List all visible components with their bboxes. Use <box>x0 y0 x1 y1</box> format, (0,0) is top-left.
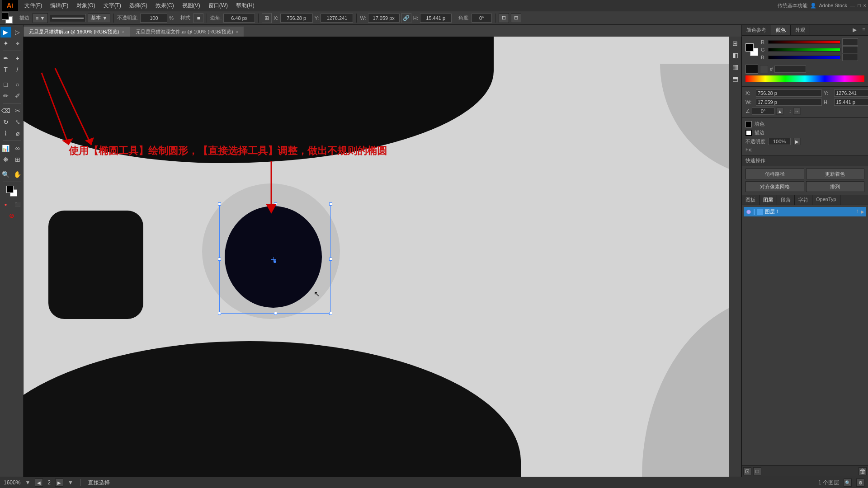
artboard-dropdown[interactable]: ▼ <box>68 479 73 486</box>
tab-2-close[interactable]: × <box>236 29 239 34</box>
angle-input[interactable] <box>472 14 492 23</box>
y-coord-input[interactable] <box>321 14 353 23</box>
warp-tool[interactable]: ⌇ <box>0 128 11 139</box>
rect-tool[interactable]: □ <box>0 79 11 90</box>
selection-tool[interactable]: ▶ <box>0 27 11 38</box>
panel-icon-4[interactable]: ▦ <box>730 62 740 72</box>
next-artboard[interactable]: ▶ <box>55 479 63 487</box>
stroke-preview[interactable] <box>50 14 86 22</box>
fill-stroke-indicator[interactable] <box>745 43 758 56</box>
w-input[interactable] <box>368 14 400 23</box>
window-maximize[interactable]: □ <box>858 3 861 8</box>
align-options[interactable]: ⊞ <box>262 13 272 23</box>
tab-color-ref[interactable]: 颜色参考 <box>742 25 771 35</box>
transform-btn[interactable]: ⊡ <box>499 13 509 23</box>
column-graph-tool[interactable]: 📊 <box>0 143 11 154</box>
pencil-tool[interactable]: ✐ <box>12 90 23 101</box>
tab-color[interactable]: 颜色 <box>771 25 791 35</box>
x-coord-input[interactable] <box>280 14 313 23</box>
r-slider[interactable] <box>768 40 840 44</box>
stroke-swatch-appearance[interactable] <box>745 130 752 136</box>
scale-tool[interactable]: ⤡ <box>12 117 23 127</box>
opacity-field[interactable] <box>768 138 791 145</box>
rotate-tool[interactable]: ↻ <box>0 117 11 127</box>
fill-swatch[interactable] <box>745 121 752 127</box>
color-spectrum[interactable] <box>745 75 864 82</box>
b-value-input[interactable] <box>842 54 858 61</box>
h-field-input[interactable] <box>834 99 868 106</box>
qa-arrange-btn[interactable]: 排列 <box>806 181 865 192</box>
symbol-spray-tool[interactable]: ❋ <box>0 154 11 165</box>
b-slider[interactable] <box>768 56 840 59</box>
menu-view[interactable]: 视图(V) <box>179 1 204 10</box>
color-mode-btn[interactable]: ● <box>0 199 11 210</box>
make-mask-btn[interactable]: ⊡ <box>743 467 751 475</box>
w-field-input[interactable] <box>756 99 822 106</box>
tab-1-close[interactable]: × <box>122 29 124 34</box>
ellipse-tool[interactable]: ○ <box>12 79 23 90</box>
menu-select[interactable]: 选择(S) <box>126 1 151 10</box>
stroke-weight-dropdown[interactable]: ≡ ▼ <box>33 13 48 23</box>
reshape-tool[interactable]: ⌀ <box>12 128 23 139</box>
line-tool[interactable]: / <box>12 64 23 75</box>
paintbrush-tool[interactable]: ✏ <box>0 90 11 101</box>
qa-similar-path-btn[interactable]: 仿样路径 <box>745 169 804 179</box>
menu-help[interactable]: 帮助(H) <box>232 1 258 10</box>
fill-stroke-indicator[interactable] <box>2 13 13 23</box>
zoom-indicator[interactable]: 1600% <box>4 479 20 486</box>
angle-up[interactable]: ▲ <box>776 108 783 115</box>
prev-artboard[interactable]: ◀ <box>35 479 43 487</box>
qa-update-color-btn[interactable]: 更新着色 <box>806 169 865 179</box>
angle-field[interactable] <box>752 108 774 115</box>
tab-1[interactable]: 元旦是只猫讲解.ai @ 1600% (RGB/预览) × <box>24 27 130 37</box>
stroke-style-dropdown[interactable]: 基本 ▼ <box>88 13 110 23</box>
lp-tab-artboard[interactable]: 图板 <box>742 195 760 205</box>
panel-icon-2[interactable]: ⊞ <box>730 38 740 48</box>
lp-tab-char[interactable]: 字符 <box>795 195 812 205</box>
tab-2[interactable]: 元旦是只猫泡澡文件.ai @ 100% (RGB/预览) × <box>130 27 244 37</box>
direct-selection-tool[interactable]: ▷ <box>12 27 23 38</box>
hand-tool[interactable]: ✋ <box>12 169 23 180</box>
corner-input[interactable] <box>223 14 255 23</box>
lasso-tool[interactable]: ⌖ <box>12 38 23 49</box>
qa-align-pixel-btn[interactable]: 对齐像素网格 <box>745 181 804 192</box>
status-settings[interactable]: ⚙ <box>856 479 864 487</box>
panel-expand[interactable]: ▶ <box>850 25 859 35</box>
delete-layer-btn[interactable]: 🗑 <box>859 467 867 475</box>
magic-wand-tool[interactable]: ✦ <box>0 38 11 49</box>
blend-tool[interactable]: ∞ <box>12 143 23 154</box>
gradient-mode-btn[interactable]: ⬛ <box>12 199 23 210</box>
lp-tab-opentype[interactable]: OpenTyp <box>812 195 840 205</box>
h-input[interactable] <box>420 14 452 23</box>
artboard-num[interactable]: 2 <box>47 479 51 486</box>
opacity-more[interactable]: ▶ <box>793 138 801 145</box>
menu-object[interactable]: 对象(O) <box>73 1 99 10</box>
panel-icon-3[interactable]: ◧ <box>730 50 740 60</box>
artboard-tool[interactable]: ⊞ <box>12 154 23 165</box>
hex-input[interactable] <box>774 66 806 73</box>
opacity-input[interactable] <box>140 14 167 23</box>
eraser-tool[interactable]: ⌫ <box>0 105 11 116</box>
window-minimize[interactable]: — <box>850 3 855 8</box>
layer-vis-icon[interactable] <box>745 209 752 215</box>
align-btn[interactable]: ⊟ <box>511 13 521 23</box>
g-value-input[interactable] <box>842 46 858 53</box>
lp-tab-paragraph[interactable]: 段落 <box>777 195 795 205</box>
menu-window[interactable]: 窗口(W) <box>205 1 231 10</box>
link-wh[interactable]: 🔗 <box>401 13 411 23</box>
layer-item-1[interactable]: 图层 1 1 ▶ <box>744 207 866 216</box>
stroke-swatch[interactable] <box>760 65 768 73</box>
style-picker[interactable]: ■ <box>193 13 203 23</box>
panel-icon-5[interactable]: ⬒ <box>730 74 740 84</box>
x-field-input[interactable] <box>756 89 822 97</box>
user-icon[interactable]: 👤 <box>810 3 816 9</box>
menu-text[interactable]: 文字(T) <box>100 1 125 10</box>
scissors-tool[interactable]: ✂ <box>12 105 23 116</box>
r-value-input[interactable] <box>842 38 858 46</box>
none-mode-btn[interactable]: ⊘ <box>6 210 17 221</box>
type-tool[interactable]: T <box>0 64 11 75</box>
tab-appearance[interactable]: 外观 <box>791 25 810 35</box>
hex-color-swatch[interactable] <box>745 65 758 74</box>
canvas-area[interactable]: 使用【椭圆工具】绘制圆形，【直接选择工具】调整，做出不规则的椭圆 ↖ <box>24 37 741 477</box>
pen-tool[interactable]: ✒ <box>0 53 11 64</box>
